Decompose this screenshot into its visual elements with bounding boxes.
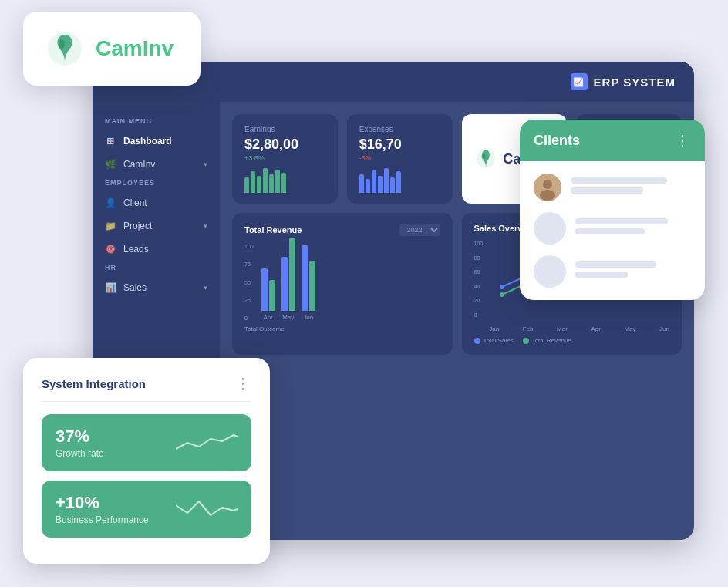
caminv-logo-card: CamInv [23,12,201,86]
sidebar-item-label-leads: Leads [123,244,149,255]
sidebar-employees-label: EMPLOYEES [93,176,220,191]
client-name-line [571,177,667,184]
leads-icon: 🎯 [105,244,116,255]
caminv-logo-icon [45,29,85,69]
earnings-value: $2,80,00 [244,137,325,153]
caminv-text-inv: Inv [143,36,174,60]
year-select[interactable]: 2022 2021 [399,224,440,236]
legend-total-sales: Total Sales [474,337,514,344]
bar-may-blue [281,257,288,311]
sidebar-item-leads[interactable]: 🎯 Leads [93,238,220,261]
avatar-image [534,174,561,201]
erp-title-text: ERP SYSTEM [594,76,676,89]
bar [257,176,261,193]
erp-logo-icon: 📈 [571,73,588,90]
expenses-label: Expenses [359,125,440,133]
client-info [575,261,691,282]
label-jun: Jun [303,314,313,321]
caminv-logo-text: CamInv [96,36,174,61]
sales-icon: 📊 [105,282,116,293]
caminv-text-cam: Cam [96,36,143,60]
svg-point-19 [543,180,552,189]
bar [396,171,401,193]
project-icon: 📁 [105,221,116,231]
bar [269,174,274,193]
growth-rate-text: 37% Growth rate [56,427,104,459]
bar-may-green [289,238,295,311]
si-header: System Integration ⋮ [42,375,251,402]
caminv-nav-icon: 🌿 [105,159,116,170]
sidebar-item-client[interactable]: 👤 Client [93,191,220,214]
business-performance-label: Business Performance [56,514,149,525]
clients-menu-dots[interactable]: ⋮ [676,132,691,149]
si-menu-dots[interactable]: ⋮ [236,375,251,392]
client-name-line [575,261,656,268]
bar [275,170,280,193]
sidebar-item-caminv[interactable]: 🌿 CamInv ▾ [93,153,220,176]
bar [378,176,383,193]
growth-rate-metric: 37% Growth rate [42,414,251,471]
bar-apr-green [269,280,275,311]
client-info [575,218,691,238]
clients-body [520,161,705,300]
bar [366,179,370,193]
client-info [571,177,691,197]
sidebar-item-label-client: Client [123,197,147,208]
caminv-chevron-icon: ▾ [204,160,207,168]
growth-rate-sparkline [176,427,238,458]
client-row [534,212,691,245]
client-detail-line [571,187,643,194]
growth-rate-label: Growth rate [56,448,104,459]
caminv-small-icon [475,147,497,171]
client-row [534,174,691,201]
legend-label-revenue: Total Revenue [532,337,571,344]
sidebar-item-project[interactable]: 📁 Project ▾ [93,214,220,238]
business-performance-sparkline [176,494,238,525]
bar [384,168,389,193]
svg-point-11 [500,292,504,297]
svg-point-3 [482,154,486,160]
project-chevron-icon: ▾ [204,222,207,230]
y-axis: 100 75 50 25 0 [244,244,257,321]
bar-col-apr: Apr [261,268,275,321]
total-revenue-chart-card: Total Revenue 2022 2021 100 75 50 25 0 [232,213,453,355]
client-detail-line [575,228,645,234]
dashboard-icon: ⊞ [105,136,116,147]
system-integration-card: System Integration ⋮ 37% Growth rate +10… [23,358,270,564]
sidebar-item-label-dashboard: Dashboard [123,136,172,147]
svg-point-1 [59,39,65,49]
clients-title: Clients [534,133,580,149]
earnings-card: Earnings $2,80,00 +3.6% [232,114,338,204]
bar [372,170,376,193]
label-apr: Apr [263,314,272,321]
svg-point-4 [500,285,504,289]
bar [251,171,255,193]
client-avatar-placeholder [534,255,566,288]
sidebar-item-sales[interactable]: 📊 Sales ▾ [93,276,220,299]
svg-point-20 [540,190,555,201]
business-performance-text: +10% Business Performance [56,493,149,525]
x-axis-labels: Jan Feb Mar Apr May Jun [489,322,669,332]
bar-col-jun: Jun [302,245,315,321]
bar [390,177,395,193]
si-title: System Integration [42,377,146,390]
client-avatar-placeholder [534,212,566,245]
bar [359,174,364,193]
sidebar-hr-label: HR [93,261,220,276]
client-avatar [534,174,561,201]
earnings-label: Earnings [244,125,325,133]
expenses-card: Expenses $16,70 -5% [347,114,453,204]
clients-card: Clients ⋮ [520,120,705,300]
business-performance-metric: +10% Business Performance [42,481,251,538]
sidebar-item-label-project: Project [123,221,152,231]
legend-dot-revenue [523,338,529,344]
sidebar-item-label-sales: Sales [123,282,147,293]
bar-chart: 100 75 50 25 0 [244,244,440,321]
erp-header-title: 📈 ERP SYSTEM [571,73,676,90]
client-name-line [575,218,668,224]
expenses-chart [359,168,440,193]
bar-groups: Apr May [261,244,440,321]
sidebar-item-dashboard[interactable]: ⊞ Dashboard [93,130,220,153]
clients-header: Clients ⋮ [520,120,705,161]
earnings-change: +3.6% [244,154,325,162]
